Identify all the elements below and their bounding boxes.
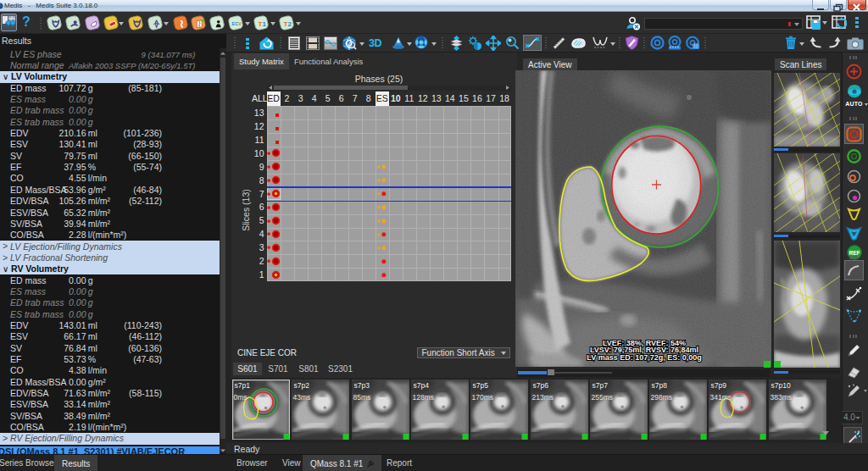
svg-text:213ms: 213ms — [531, 393, 554, 402]
svg-text:170ms: 170ms — [472, 393, 494, 402]
svg-text:s7p6: s7p6 — [532, 381, 548, 390]
svg-text:0ms: 0ms — [234, 393, 248, 402]
svg-text:255ms: 255ms — [591, 393, 613, 402]
svg-text:383ms: 383ms — [770, 393, 792, 402]
svg-text:128ms: 128ms — [412, 393, 434, 402]
svg-text:43ms: 43ms — [293, 393, 311, 402]
svg-text:s7p2: s7p2 — [294, 381, 310, 390]
svg-text:LV mass ED: 107,72g, ES: 0,00g: LV mass ED: 107,72g, ES: 0,00g — [587, 353, 701, 362]
svg-text:s7p9: s7p9 — [711, 381, 727, 390]
svg-text:s7p5: s7p5 — [473, 381, 489, 390]
svg-text:85ms: 85ms — [353, 393, 370, 402]
svg-text:s7p8: s7p8 — [652, 381, 668, 390]
svg-text:s7p1: s7p1 — [235, 381, 251, 390]
svg-text:s7p4: s7p4 — [413, 381, 429, 390]
svg-text:s7p3: s7p3 — [353, 381, 370, 390]
svg-text:s7p7: s7p7 — [592, 381, 608, 390]
svg-text:341ms: 341ms — [710, 393, 732, 402]
svg-text:s7p10: s7p10 — [771, 381, 790, 390]
svg-text:298ms: 298ms — [651, 393, 673, 402]
svg-text:REF: REF — [849, 250, 860, 256]
